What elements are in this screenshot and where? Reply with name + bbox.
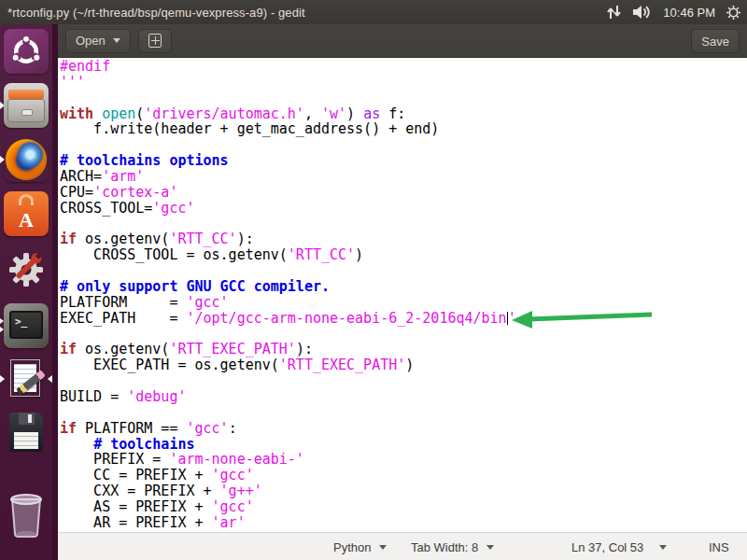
language-selector[interactable]: Python <box>333 533 387 560</box>
system-indicators: 10:46 PM <box>606 0 741 24</box>
window-title: *rtconfig.py (~/rt-thread/bsp/qemu-vexpr… <box>7 6 305 20</box>
launcher-item-gedit[interactable] <box>4 357 49 401</box>
code-line: #endif <box>60 59 747 75</box>
code-line: AS = PREFIX + 'gcc' <box>60 499 747 515</box>
code-line <box>60 327 747 343</box>
code-line: if os.getenv('RTT_CC'): <box>60 231 747 247</box>
launcher-item-floppy[interactable] <box>4 410 49 455</box>
chevron-down-icon <box>113 38 120 43</box>
language-label: Python <box>333 540 371 554</box>
cursor-position-label: Ln 37, Col 53 <box>571 540 643 554</box>
floppy-label <box>14 432 38 449</box>
code-line <box>60 91 747 106</box>
save-button[interactable]: Save <box>691 29 740 53</box>
code-line <box>60 405 747 421</box>
code-line <box>60 217 747 232</box>
insert-mode-indicator[interactable]: INS <box>709 533 729 560</box>
chevron-down-icon <box>379 545 387 550</box>
session-gear-icon[interactable] <box>726 5 741 21</box>
bag-handle <box>19 194 34 205</box>
code-line: # toolchains options <box>60 153 747 169</box>
code-line: # only support GNU GCC compiler. <box>60 279 747 295</box>
floppy-shutter <box>19 413 35 425</box>
folder-band <box>8 90 44 99</box>
floppy-slot <box>28 414 32 423</box>
gear-wrench-icon <box>4 245 49 290</box>
launcher-item-dash[interactable] <box>4 29 49 74</box>
code-line: EXEC_PATH = '/opt/gcc-arm-none-eabi-6_2-… <box>60 311 747 327</box>
code-line: CXX = PREFIX + 'g++' <box>60 483 747 499</box>
code-line: with open('drivers/automac.h', 'w') as f… <box>60 106 747 122</box>
new-document-icon <box>148 34 162 48</box>
tab-width-selector[interactable]: Tab Width: 8 <box>411 533 494 560</box>
ubuntu-logo-icon <box>10 35 42 67</box>
clock[interactable]: 10:46 PM <box>663 6 715 20</box>
code-line: # toolchains <box>60 437 747 453</box>
insert-mode-label: INS <box>709 540 729 554</box>
code-line: f.write(header + get_mac_address() + end… <box>60 121 747 137</box>
launcher-item-software-center[interactable]: A <box>4 191 49 236</box>
firefox-icon <box>6 139 47 180</box>
code-line: if os.getenv('RTT_EXEC_PATH'): <box>60 342 747 357</box>
launcher-item-terminal[interactable]: >_ <box>4 303 49 348</box>
open-button[interactable]: Open <box>65 29 131 53</box>
tab-width-label: Tab Width: 8 <box>411 540 478 554</box>
gedit-window: Open Save #endif'''with open('drivers/au… <box>58 24 747 560</box>
drawer-front <box>7 99 45 122</box>
launcher-item-files[interactable] <box>4 83 49 128</box>
chevron-down-icon <box>486 545 494 550</box>
unity-launcher: A <box>0 24 52 560</box>
code-line: ''' <box>60 75 747 91</box>
code-area[interactable]: #endif'''with open('drivers/automac.h', … <box>58 58 747 532</box>
code-line <box>60 373 747 389</box>
terminal-icon: >_ <box>9 311 43 339</box>
launcher-item-system-settings[interactable] <box>4 245 49 290</box>
trash-icon <box>7 492 45 539</box>
code-line: EXEC_PATH = os.getenv('RTT_EXEC_PATH') <box>60 357 747 373</box>
code-line: CPU='cortex-a' <box>60 185 747 201</box>
code-line: ARCH='arm' <box>60 169 747 185</box>
code-line: CROSS_TOOL = os.getenv('RTT_CC') <box>60 247 747 263</box>
launcher-item-trash[interactable] <box>4 493 49 538</box>
network-transfer-icon[interactable] <box>606 5 622 20</box>
open-button-label: Open <box>76 34 106 48</box>
code-line: PLATFORM = 'gcc' <box>60 295 747 311</box>
code-line: AR = PREFIX + 'ar' <box>60 515 747 531</box>
gedit-statusbar: Python Tab Width: 8 Ln 37, Col 53 INS <box>58 532 747 560</box>
chevron-down-icon <box>659 545 667 550</box>
software-center-letter: A <box>19 210 34 231</box>
new-document-button[interactable] <box>138 29 172 53</box>
code-line: CC = PREFIX + 'gcc' <box>60 468 747 483</box>
gedit-toolbar: Open Save <box>58 24 747 58</box>
code-line <box>60 137 747 153</box>
code-line <box>60 263 747 279</box>
drawer-handle <box>21 109 33 116</box>
cursor-position[interactable]: Ln 37, Col 53 <box>571 533 643 560</box>
code-line: CROSS_TOOL='gcc' <box>60 201 747 217</box>
save-button-label: Save <box>701 35 729 49</box>
volume-icon[interactable] <box>632 5 653 20</box>
top-panel: *rtconfig.py (~/rt-thread/bsp/qemu-vexpr… <box>0 0 747 24</box>
code-line: BUILD = 'debug' <box>60 389 747 405</box>
code-line: if PLATFORM == 'gcc': <box>60 421 747 437</box>
goto-line-dropdown[interactable] <box>659 533 667 560</box>
launcher-item-firefox[interactable] <box>4 137 49 182</box>
code-line: PREFIX = 'arm-none-eabi-' <box>60 452 747 468</box>
